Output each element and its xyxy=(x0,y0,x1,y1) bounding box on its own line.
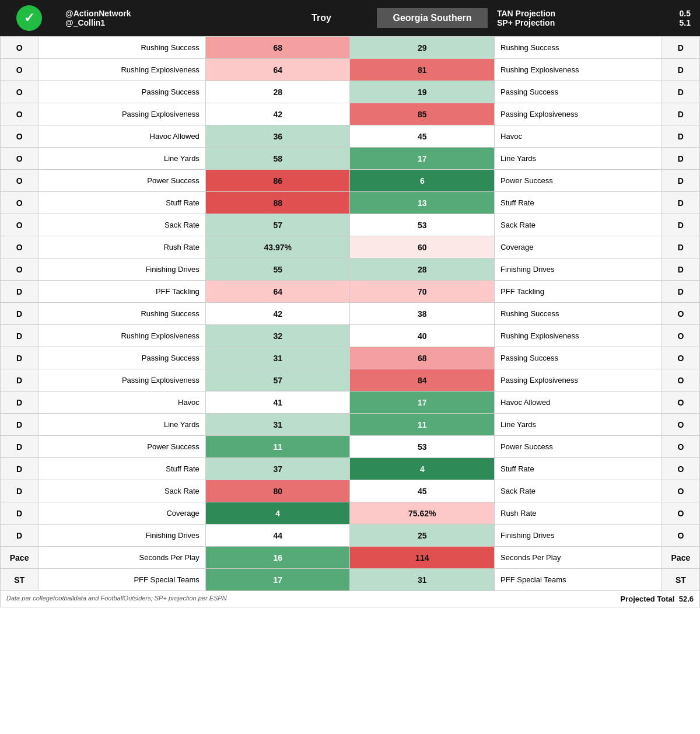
left-label: Sack Rate xyxy=(38,214,206,236)
left-letter: D xyxy=(1,502,38,525)
right-label: Seconds Per Play xyxy=(495,547,662,569)
left-label: Rushing Explosiveness xyxy=(38,325,206,347)
gs-value: 31 xyxy=(350,569,495,591)
account1-label: @ActionNetwork xyxy=(65,9,259,18)
left-letter: D xyxy=(1,369,38,392)
gs-value: 13 xyxy=(350,192,495,214)
troy-value: 64 xyxy=(205,59,350,81)
left-label: Passing Explosiveness xyxy=(38,369,206,392)
header-projections: TAN Projection 0.5 SP+ Projection 5.1 xyxy=(488,4,700,32)
gs-value: 81 xyxy=(350,59,495,81)
right-label: Line Yards xyxy=(495,148,662,170)
troy-value: 28 xyxy=(205,81,350,103)
right-letter: O xyxy=(662,347,699,369)
troy-value: 42 xyxy=(205,103,350,125)
troy-value: 57 xyxy=(205,369,350,392)
right-label: Finishing Drives xyxy=(495,525,662,547)
left-label: Havoc xyxy=(38,392,206,414)
table-row: DPFF Tackling6470PFF TacklingD xyxy=(1,281,700,303)
right-letter: D xyxy=(662,81,699,103)
left-label: Rushing Explosiveness xyxy=(38,59,206,81)
table-row: OStuff Rate8813Stuff RateD xyxy=(1,192,700,214)
right-label: Line Yards xyxy=(495,414,662,436)
table-row: DFinishing Drives4425Finishing DrivesO xyxy=(1,525,700,547)
right-label: Rushing Success xyxy=(495,37,662,59)
troy-value: 36 xyxy=(205,125,350,148)
left-letter: D xyxy=(1,480,38,502)
gs-value: 40 xyxy=(350,325,495,347)
left-letter: O xyxy=(1,59,38,81)
left-letter: O xyxy=(1,81,38,103)
troy-value: 58 xyxy=(205,148,350,170)
tan-value: 0.5 xyxy=(680,9,691,18)
right-label: Passing Success xyxy=(495,347,662,369)
left-label: PFF Special Teams xyxy=(38,569,206,591)
gs-value: 45 xyxy=(350,480,495,502)
account2-label: @_Collin1 xyxy=(65,18,259,27)
left-letter: O xyxy=(1,103,38,125)
troy-value: 11 xyxy=(205,436,350,458)
right-letter: O xyxy=(662,480,699,502)
left-label: Stuff Rate xyxy=(38,192,206,214)
troy-value: 42 xyxy=(205,303,350,325)
left-label: Finishing Drives xyxy=(38,525,206,547)
checkmark-icon: ✓ xyxy=(16,5,42,31)
troy-value: 55 xyxy=(205,258,350,281)
right-letter: O xyxy=(662,369,699,392)
table-row: DRushing Explosiveness3240Rushing Explos… xyxy=(1,325,700,347)
right-letter: ST xyxy=(662,569,699,591)
left-label: Power Success xyxy=(38,170,206,192)
left-label: Power Success xyxy=(38,436,206,458)
right-label: Power Success xyxy=(495,436,662,458)
right-letter: D xyxy=(662,258,699,281)
footer: Data per collegefootballdata and Footbal… xyxy=(0,591,700,607)
right-letter: D xyxy=(662,103,699,125)
gs-value: 29 xyxy=(350,37,495,59)
left-label: Line Yards xyxy=(38,414,206,436)
gs-value: 38 xyxy=(350,303,495,325)
left-letter: D xyxy=(1,303,38,325)
troy-value: 31 xyxy=(205,347,350,369)
troy-value: 80 xyxy=(205,480,350,502)
right-label: Stuff Rate xyxy=(495,458,662,480)
right-letter: O xyxy=(662,414,699,436)
footer-source: Data per collegefootballdata and Footbal… xyxy=(6,595,227,603)
spp-label: SP+ Projection xyxy=(497,18,555,27)
gs-value: 28 xyxy=(350,258,495,281)
table-row: OPassing Success2819Passing SuccessD xyxy=(1,81,700,103)
troy-value: 68 xyxy=(205,37,350,59)
gs-value: 68 xyxy=(350,347,495,369)
left-letter: D xyxy=(1,281,38,303)
left-letter: D xyxy=(1,436,38,458)
left-letter: O xyxy=(1,148,38,170)
gs-value: 6 xyxy=(350,170,495,192)
right-letter: D xyxy=(662,37,699,59)
right-label: Coverage xyxy=(495,236,662,258)
left-label: Stuff Rate xyxy=(38,458,206,480)
gs-value: 60 xyxy=(350,236,495,258)
left-label: Passing Success xyxy=(38,347,206,369)
left-letter: D xyxy=(1,414,38,436)
footer-total: Projected Total 52.6 xyxy=(621,595,694,603)
troy-value: 37 xyxy=(205,458,350,480)
troy-value: 32 xyxy=(205,325,350,347)
stats-table: ORushing Success6829Rushing SuccessDORus… xyxy=(0,36,700,591)
troy-value: 17 xyxy=(205,569,350,591)
right-label: Power Success xyxy=(495,170,662,192)
table-row: DRushing Success4238Rushing SuccessO xyxy=(1,303,700,325)
troy-value: 86 xyxy=(205,170,350,192)
right-letter: O xyxy=(662,325,699,347)
gs-value: 85 xyxy=(350,103,495,125)
table-row: OLine Yards5817Line YardsD xyxy=(1,148,700,170)
troy-value: 41 xyxy=(205,392,350,414)
left-label: Rushing Success xyxy=(38,303,206,325)
left-label: Havoc Allowed xyxy=(38,125,206,148)
right-label: Havoc Allowed xyxy=(495,392,662,414)
gs-value: 17 xyxy=(350,392,495,414)
header-accounts: @ActionNetwork @_Collin1 xyxy=(58,4,266,32)
left-letter: O xyxy=(1,37,38,59)
right-letter: D xyxy=(662,125,699,148)
right-label: Passing Explosiveness xyxy=(495,369,662,392)
left-letter: D xyxy=(1,458,38,480)
table-row: ORushing Explosiveness6481Rushing Explos… xyxy=(1,59,700,81)
